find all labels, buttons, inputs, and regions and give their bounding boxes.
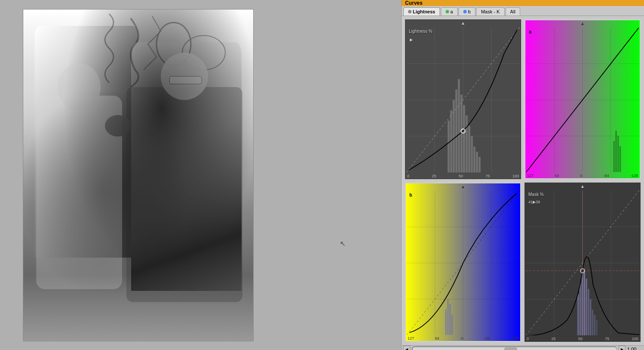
axis-l-25: 25 [432, 174, 436, 178]
curves-title: Curves [405, 0, 423, 6]
tab-b-label: b [468, 9, 471, 14]
svg-point-4 [57, 63, 101, 110]
svg-rect-50 [449, 304, 451, 335]
a-axis: 127 64 0 -64 -128 [525, 173, 640, 178]
axis-b-0: -0 [460, 336, 463, 341]
lightness-label: Lightness % [409, 29, 432, 34]
curve-panel-lightness[interactable]: ▲ Lightness % ▶ [405, 19, 521, 179]
axis-b-64: 64 [435, 336, 439, 341]
svg-rect-21 [461, 95, 463, 172]
mask-arrow-up: ▲ [581, 184, 585, 189]
lightness-header: ▲ [405, 20, 521, 26]
svg-rect-7 [169, 76, 201, 84]
curves-titlebar: Curves [402, 0, 644, 6]
tab-all-label: All [510, 9, 515, 14]
scrollbar-thumb[interactable] [504, 347, 517, 350]
b-dot [463, 10, 467, 13]
svg-rect-19 [456, 89, 458, 172]
lightness-axis: 0 25 50 75 100 [405, 173, 521, 179]
lightness-dot [408, 10, 412, 13]
axis-m-0: 0 [527, 337, 529, 341]
axis-l-75: 75 [486, 174, 490, 178]
scroll-right-button[interactable]: ▶ [619, 346, 625, 350]
svg-rect-22 [463, 105, 465, 172]
svg-rect-65 [587, 289, 589, 335]
b-arrow-up: ▲ [461, 184, 465, 189]
svg-rect-26 [473, 147, 475, 173]
svg-rect-60 [578, 294, 579, 335]
curves-grid: ▲ Lightness % ▶ [402, 16, 644, 345]
mask-val1: 41 [528, 200, 533, 204]
a-dot [446, 10, 449, 13]
photo-content [23, 9, 253, 341]
lightness-svg [406, 27, 520, 173]
svg-rect-39 [617, 136, 619, 172]
svg-rect-48 [445, 309, 447, 335]
svg-rect-20 [458, 79, 460, 172]
b-header: ▲ [406, 183, 520, 190]
tab-a-label: a [450, 9, 453, 14]
svg-rect-51 [451, 315, 453, 335]
curve-panel-mask[interactable]: ▲ Mask % 41▶39 [525, 183, 641, 342]
curves-bottom-bar: ◀ ▶ 1.00 [402, 345, 644, 350]
curves-tabs: Lightness a b Mask - K All [402, 6, 644, 16]
b-svg [407, 191, 519, 335]
axis-m-100: 100 [632, 337, 638, 341]
lightness-curve-area: Lightness % ▶ [406, 27, 520, 173]
scrollbar-track[interactable] [412, 347, 617, 350]
axis-a-n128: -128 [630, 173, 638, 178]
a-curve-area: a [526, 28, 639, 172]
axis-m-25: 25 [551, 337, 556, 341]
curve-panel-b[interactable]: ▲ b [405, 183, 521, 342]
svg-point-8 [105, 115, 131, 136]
axis-m-50: 50 [578, 337, 582, 341]
photo-graffiti-overlay [23, 9, 253, 341]
axis-b-n64: -64 [484, 336, 490, 341]
tab-lightness[interactable]: Lightness [403, 7, 440, 16]
curve-panel-a[interactable]: ▲ a [525, 19, 641, 179]
curves-panel: Curves Lightness a b Mask - K All ▲ [401, 0, 644, 350]
axis-l-100: 100 [512, 174, 519, 178]
svg-rect-61 [579, 284, 581, 335]
a-header: ▲ [525, 20, 640, 27]
tab-mask-label: Mask - K [481, 9, 499, 14]
axis-a-127: 127 [527, 173, 534, 178]
mouse-cursor: ↖ [340, 240, 346, 248]
axis-l-0: 0 [407, 174, 409, 178]
svg-rect-27 [476, 152, 478, 173]
photo-canvas [23, 9, 254, 341]
a-label: a [529, 29, 531, 34]
svg-rect-63 [584, 271, 585, 335]
svg-rect-5 [126, 87, 242, 302]
axis-a-64: 64 [555, 173, 559, 178]
axis-a-n64: -64 [603, 173, 609, 178]
svg-rect-67 [592, 309, 594, 335]
svg-rect-38 [615, 131, 617, 172]
svg-rect-64 [586, 278, 587, 335]
svg-rect-69 [596, 320, 598, 335]
lightness-arrow-up: ▲ [461, 21, 465, 25]
mask-val2: 39 [536, 200, 540, 204]
tab-b[interactable]: b [459, 7, 475, 16]
tab-a[interactable]: a [441, 7, 458, 16]
axis-m-75: 75 [605, 337, 609, 341]
b-label: b [409, 192, 412, 197]
tab-mask-k[interactable]: Mask - K [476, 7, 504, 16]
tab-lightness-label: Lightness [413, 9, 435, 14]
tab-all[interactable]: All [506, 7, 520, 16]
mask-value: 41▶39 [528, 200, 540, 204]
a-svg [526, 28, 639, 172]
svg-rect-68 [594, 315, 596, 335]
image-area [0, 0, 276, 350]
axis-b-n128: -128 [511, 336, 518, 341]
mask-svg [526, 190, 639, 336]
svg-rect-28 [478, 157, 481, 173]
svg-rect-25 [471, 136, 473, 173]
scroll-left-button[interactable]: ◀ [403, 346, 410, 350]
canvas-area: ↖ [276, 0, 401, 350]
axis-b-127: 127 [408, 336, 414, 341]
svg-rect-49 [447, 299, 449, 335]
svg-rect-24 [468, 126, 470, 172]
svg-rect-18 [453, 100, 455, 172]
mask-label: Mask % [528, 192, 544, 197]
